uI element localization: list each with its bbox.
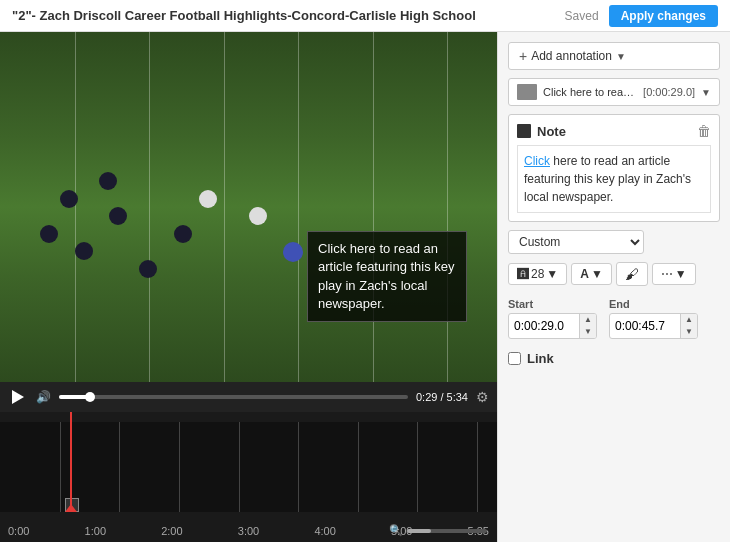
font-label-a: A	[580, 267, 589, 281]
note-body[interactable]: Click here to read an article featuring …	[517, 145, 711, 213]
progress-thumb	[85, 392, 95, 402]
header: "2"- Zach Driscoll Career Football Highl…	[0, 0, 730, 32]
note-title-wrap: Note	[517, 124, 566, 139]
chevron-down-icon: ▼	[616, 51, 626, 62]
play-icon	[12, 390, 24, 404]
zoom-slider[interactable]	[407, 529, 487, 533]
time-display: 0:29 / 5:34	[416, 391, 468, 403]
more-chevron: ▼	[675, 267, 687, 281]
main-layout: Click here to read an article featuring …	[0, 32, 730, 542]
video-area[interactable]: Click here to read an article featuring …	[0, 32, 497, 382]
link-label[interactable]: Link	[527, 351, 554, 366]
start-label: Start	[508, 298, 597, 310]
note-header: Note 🗑	[517, 123, 711, 139]
font-icon-button[interactable]: 🅰 28 ▼	[508, 263, 567, 285]
end-label: End	[609, 298, 698, 310]
font-controls: Custom Arial Times New Roman	[508, 230, 720, 254]
video-frame: Click here to read an article featuring …	[0, 32, 497, 382]
saved-status: Saved	[565, 9, 599, 23]
play-button[interactable]	[8, 387, 28, 407]
end-time-field: ▲ ▼	[609, 313, 698, 339]
font-a-icon: 🅰	[517, 267, 529, 281]
page-title: "2"- Zach Driscoll Career Football Highl…	[12, 8, 476, 23]
annotation-thumbnail	[517, 84, 537, 100]
zoom-icon: 🔍	[389, 524, 403, 537]
font-size-chevron: ▼	[546, 267, 558, 281]
note-color-swatch	[517, 124, 531, 138]
end-field-group: End ▲ ▼	[609, 298, 698, 339]
right-panel: + Add annotation ▼ Click here to read an…	[497, 32, 730, 542]
apply-changes-button[interactable]: Apply changes	[609, 5, 718, 27]
note-title: Note	[537, 124, 566, 139]
volume-icon[interactable]: 🔊	[36, 390, 51, 404]
zoom-bar: 🔍	[389, 524, 487, 537]
font-color-button[interactable]: A ▼	[571, 263, 612, 285]
settings-icon[interactable]: ⚙	[476, 389, 489, 405]
end-decrement[interactable]: ▼	[681, 326, 697, 338]
annotation-list-item[interactable]: Click here to read an article... [0:00:2…	[508, 78, 720, 106]
zoom-fill	[407, 529, 431, 533]
trash-icon[interactable]: 🗑	[697, 123, 711, 139]
time-label-4: 4:00	[314, 525, 335, 537]
end-increment[interactable]: ▲	[681, 314, 697, 326]
time-label-2: 2:00	[161, 525, 182, 537]
start-increment[interactable]: ▲	[580, 314, 596, 326]
plus-icon: +	[519, 48, 527, 64]
start-field-group: Start ▲ ▼	[508, 298, 597, 339]
annotation-item-chevron: ▼	[701, 87, 711, 98]
header-right: Saved Apply changes	[565, 5, 718, 27]
annotation-item-label: Click here to read an article...	[543, 86, 637, 98]
start-time-input[interactable]	[509, 316, 579, 336]
link-row: Link	[508, 351, 720, 366]
font-color-chevron: ▼	[591, 267, 603, 281]
note-section: Note 🗑 Click here to read an article fea…	[508, 114, 720, 222]
start-stepper: ▲ ▼	[579, 314, 596, 338]
paint-icon: 🖌	[625, 266, 639, 282]
link-checkbox[interactable]	[508, 352, 521, 365]
timeline[interactable]: 0:00 1:00 2:00 3:00 4:00 5:00 5:35 🔍	[0, 412, 497, 542]
time-fields: Start ▲ ▼ End ▲ ▼	[508, 298, 720, 339]
annotation-item-time: [0:00:29.0]	[643, 86, 695, 98]
progress-bar[interactable]	[59, 395, 408, 399]
left-panel: Click here to read an article featuring …	[0, 32, 497, 542]
more-options-button[interactable]: ⋯ ▼	[652, 263, 696, 285]
font-size-controls: 🅰 28 ▼ A ▼ 🖌 ⋯ ▼	[508, 262, 720, 286]
end-stepper: ▲ ▼	[680, 314, 697, 338]
note-link[interactable]: Click	[524, 154, 550, 168]
highlight-button[interactable]: 🖌	[616, 262, 648, 286]
video-controls: 🔊 0:29 / 5:34 ⚙	[0, 382, 497, 412]
start-time-field: ▲ ▼	[508, 313, 597, 339]
time-label-0: 0:00	[8, 525, 29, 537]
time-label-3: 3:00	[238, 525, 259, 537]
font-style-select[interactable]: Custom Arial Times New Roman	[508, 230, 644, 254]
playhead	[70, 412, 72, 512]
end-time-input[interactable]	[610, 316, 680, 336]
time-label-1: 1:00	[85, 525, 106, 537]
add-annotation-button[interactable]: + Add annotation ▼	[508, 42, 720, 70]
start-decrement[interactable]: ▼	[580, 326, 596, 338]
playhead-marker	[65, 504, 77, 512]
video-annotation-overlay: Click here to read an article featuring …	[307, 231, 467, 322]
more-icon: ⋯	[661, 267, 673, 281]
